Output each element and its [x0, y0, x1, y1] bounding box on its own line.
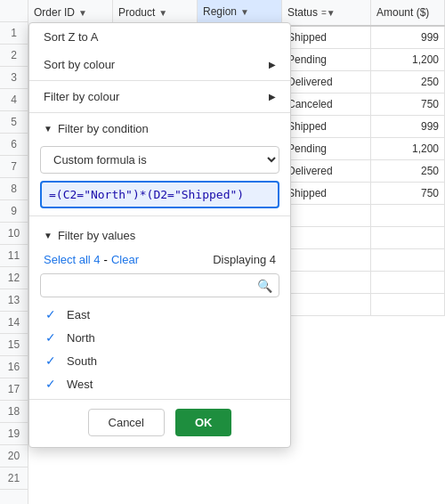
col-b-label: Product	[118, 6, 155, 19]
spreadsheet: 1 2 3 4 5 6 7 8 9 10 11 12 13 14 15 16 1…	[0, 0, 445, 504]
list-item-north[interactable]: ✓ North	[29, 326, 290, 349]
col-header-status[interactable]: Status =▼	[282, 0, 371, 25]
col-d-filter-icon[interactable]: =▼	[321, 8, 336, 18]
select-all-link[interactable]: Select all 4	[44, 253, 101, 266]
cell-e2: 1,200	[371, 49, 445, 70]
filter-condition-label: Filter by condition	[58, 122, 149, 135]
filter-values-section: ▼ Filter by values Select all 4 - Clear …	[29, 218, 290, 399]
formula-input[interactable]	[40, 181, 279, 208]
cancel-button[interactable]: Cancel	[88, 409, 165, 436]
col-header-product[interactable]: Product ▼	[113, 0, 198, 25]
cell-d1: Shipped	[282, 27, 371, 48]
cell-d5: Shipped	[282, 116, 371, 137]
clear-link[interactable]: Clear	[111, 253, 139, 266]
cell-d3: Delivered	[282, 71, 371, 93]
sort-colour-chevron-icon: ▶	[269, 60, 276, 69]
col-c-label: Region	[203, 5, 237, 18]
col-a-filter-icon[interactable]: ▼	[78, 8, 87, 18]
value-east-label: East	[67, 308, 90, 321]
col-d-label: Status	[287, 6, 318, 19]
cell-d8: Shipped	[282, 183, 371, 204]
row-numbers: 1 2 3 4 5 6 7 8 9 10 11 12 13 14 15 16 1…	[0, 0, 28, 504]
select-clear-row: Select all 4 - Clear Displaying 4	[29, 249, 290, 270]
condition-chevron-icon: ▼	[44, 124, 53, 134]
cell-d6: Pending	[282, 138, 371, 159]
sort-by-colour-label: Sort by colour	[44, 58, 115, 71]
col-b-filter-icon[interactable]: ▼	[158, 8, 167, 18]
col-header-order-id[interactable]: Order ID ▼	[28, 0, 113, 25]
values-chevron-icon: ▼	[44, 231, 53, 240]
check-north-icon: ✓	[44, 330, 58, 345]
displaying-text: Displaying 4	[213, 253, 276, 266]
col-e-label: Amount ($)	[376, 6, 429, 19]
cell-d4: Canceled	[282, 93, 371, 115]
ok-button[interactable]: OK	[175, 409, 232, 436]
buttons-row: Cancel OK	[29, 399, 290, 447]
col-c-filter-icon[interactable]: ▼	[240, 7, 249, 17]
check-east-icon: ✓	[44, 307, 58, 321]
formula-type-select[interactable]: Custom formula is	[40, 146, 279, 174]
cell-e4: 750	[371, 93, 445, 115]
cell-e8: 750	[371, 183, 445, 204]
check-south-icon: ✓	[44, 354, 58, 368]
filter-values-header[interactable]: ▼ Filter by values	[29, 222, 290, 249]
dash-separator: -	[104, 253, 108, 266]
check-west-icon: ✓	[44, 377, 58, 391]
values-list: ✓ East ✓ North ✓ South ✓ West	[29, 301, 290, 399]
sort-by-colour-item[interactable]: Sort by colour ▶	[29, 51, 290, 78]
search-icon: 🔍	[257, 279, 272, 293]
col-header-amount[interactable]: Amount ($)	[371, 0, 445, 25]
value-south-label: South	[67, 354, 97, 368]
sort-z-to-a-label: Sort Z to A	[44, 30, 98, 44]
cell-e6: 1,200	[371, 138, 445, 159]
filter-colour-chevron-icon: ▶	[269, 92, 276, 102]
filter-values-label: Filter by values	[58, 229, 135, 242]
filter-by-colour-label: Filter by colour	[44, 90, 119, 103]
filter-dropdown-panel: Sort Z to A Sort by colour ▶ Filter by c…	[28, 22, 291, 448]
filter-by-colour-item[interactable]: Filter by colour ▶	[29, 83, 290, 110]
filter-condition-header[interactable]: ▼ Filter by condition	[29, 115, 290, 142]
list-item-south[interactable]: ✓ South	[29, 349, 290, 372]
value-west-label: West	[67, 378, 93, 391]
divider-1	[29, 80, 290, 81]
cell-e5: 999	[371, 116, 445, 137]
formula-input-wrap	[40, 181, 279, 208]
divider-3	[29, 215, 290, 216]
cell-d2: Pending	[282, 49, 371, 70]
cell-e7: 250	[371, 160, 445, 182]
cell-e3: 250	[371, 71, 445, 93]
cell-e1: 999	[371, 27, 445, 48]
formula-select-wrap: Custom formula is	[40, 146, 279, 174]
col-header-region[interactable]: Region ▼	[198, 0, 282, 25]
value-north-label: North	[67, 331, 95, 345]
divider-2	[29, 112, 290, 113]
search-wrap: 🔍	[40, 273, 279, 297]
col-a-label: Order ID	[34, 6, 75, 19]
list-item-east[interactable]: ✓ East	[29, 303, 290, 326]
values-search-input[interactable]	[40, 273, 279, 297]
list-item-west[interactable]: ✓ West	[29, 372, 290, 395]
sort-z-to-a-item[interactable]: Sort Z to A	[29, 23, 290, 51]
cell-d7: Delivered	[282, 160, 371, 182]
